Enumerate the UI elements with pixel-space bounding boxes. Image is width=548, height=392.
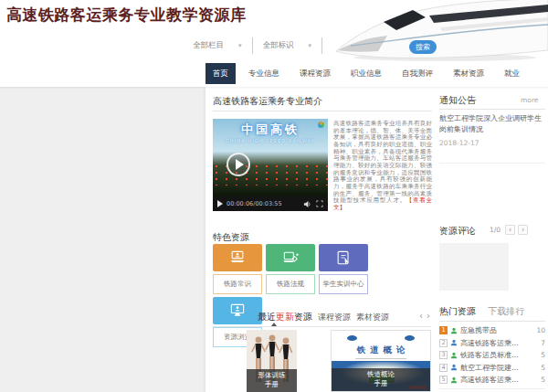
- divider: [439, 388, 545, 389]
- pager-prev-button[interactable]: ‹: [505, 225, 515, 235]
- user-icon: [450, 364, 458, 371]
- resource-card-railway-overview[interactable]: 铁道概论 铁道概论 手册: [331, 330, 431, 392]
- rank-badge: 1: [439, 326, 448, 334]
- hot-resources-list: 1 应急携带品 10 2 高速铁路客运乘... 7 3 铁路客运员标准... 5…: [439, 324, 545, 387]
- video-controls: 00:00:06/00:03:55: [213, 196, 328, 211]
- user-icon: [450, 339, 458, 346]
- card-caption: 形体训练 手册: [247, 369, 297, 392]
- tablet-touch-icon: [319, 244, 368, 271]
- video-title-cn: 中国高铁: [213, 122, 328, 138]
- category-dropdown[interactable]: 全部栏目 ▾: [185, 40, 249, 51]
- list-item[interactable]: 3 铁路客运员标准... 5: [439, 349, 545, 362]
- divider: [355, 358, 406, 359]
- pager-next-button[interactable]: ›: [518, 225, 528, 235]
- resource-card-physical-training[interactable]: 形体训练 手册: [247, 330, 297, 392]
- resource-title: 铁路客运员标准...: [460, 350, 538, 360]
- nav-item-self-test[interactable]: 自我测评: [395, 63, 440, 84]
- tab-course-resources[interactable]: 课程资源: [318, 312, 351, 323]
- divider: [439, 163, 545, 164]
- video-time: 00:00:06/00:03:55: [227, 200, 282, 207]
- fullscreen-icon[interactable]: [316, 200, 323, 207]
- resource-title: 高速铁路客运乘...: [460, 375, 538, 385]
- tag-dropdown[interactable]: 全部标识 ▾: [256, 40, 320, 51]
- rank-badge: 2: [439, 339, 448, 347]
- divider: [439, 109, 545, 110]
- next-arrow-icon[interactable]: ›: [427, 311, 434, 321]
- resource-count: 7: [541, 339, 545, 347]
- resource-count: 5: [541, 376, 545, 384]
- resource-title: 航空工程学院建...: [460, 363, 538, 373]
- recent-heading[interactable]: 最近更新资源: [258, 311, 312, 323]
- nav-item-employment[interactable]: 就业: [497, 63, 527, 84]
- resource-title: 应急携带品: [460, 325, 533, 335]
- comments-pager: 1/0 ‹ ›: [490, 225, 528, 235]
- rank-badge: 3: [439, 351, 448, 359]
- search-bar: 全部栏目 ▾ 全部标识 ▾: [185, 37, 325, 55]
- tile-railway-regulations[interactable]: 铁路法规: [266, 244, 315, 294]
- play-icon[interactable]: [217, 200, 223, 207]
- chevron-down-icon: ▾: [309, 42, 312, 49]
- user-icon: [450, 327, 458, 334]
- user-icon: [450, 376, 458, 384]
- video-provider-logo-icon: [318, 122, 324, 128]
- publisher-logo-icon: [405, 335, 415, 341]
- intro-heading: 高速铁路客运乘务专业简介: [213, 95, 322, 108]
- list-item[interactable]: 2 高速铁路客运乘... 7: [439, 337, 545, 350]
- card-caption: 铁道概论 手册: [332, 368, 430, 391]
- nav-item-home[interactable]: 首页: [206, 63, 236, 84]
- monitor-user-icon: [213, 297, 262, 324]
- tile-label: 学生实训中心: [319, 274, 368, 294]
- search-button[interactable]: 搜索: [409, 40, 437, 54]
- list-item[interactable]: 4 航空工程学院建... 5: [439, 362, 545, 375]
- recent-heading-highlight: 更新: [276, 312, 294, 322]
- nav-item-course-resources[interactable]: 课程资源: [292, 63, 338, 84]
- comments-empty-box: [439, 243, 509, 291]
- recent-heading-prefix: 最近: [258, 312, 276, 322]
- header: 高速铁路客运乘务专业教学资源库 全部栏目 ▾ 全部标识 ▾ 搜索 首页 专业信息…: [0, 0, 548, 87]
- main-panel: 高速铁路客运乘务专业简介 中国高铁 CHINA HIGH SPEED RAILW…: [206, 87, 548, 392]
- prev-arrow-icon[interactable]: ‹: [419, 311, 427, 321]
- volume-icon[interactable]: [303, 200, 311, 208]
- play-button[interactable]: [227, 153, 250, 176]
- publisher-logo-icon: [347, 335, 357, 341]
- tab-material-resources[interactable]: 素材资源: [356, 312, 389, 323]
- tag-dropdown-label: 全部标识: [263, 40, 294, 51]
- divider: [439, 321, 545, 322]
- card-caption-line2: 手册: [332, 379, 430, 388]
- comments-heading: 资源评论: [439, 225, 476, 238]
- notices-more-link[interactable]: more: [521, 96, 538, 104]
- intro-paragraph: 高速铁路客运乘务专业培养具有良好的基本理论，德、智、体、美等全面发展，掌握高速铁…: [333, 121, 432, 212]
- nav-item-major-info[interactable]: 专业信息: [241, 63, 287, 84]
- divider: [321, 37, 322, 54]
- pager-count: 1/0: [490, 226, 501, 234]
- video-player[interactable]: 中国高铁 CHINA HIGH SPEED RAILWAY 00:00:06/0…: [213, 119, 328, 211]
- site-title: 高速铁路客运乘务专业教学资源库: [6, 5, 247, 26]
- carousel-arrows[interactable]: ‹›: [419, 311, 434, 321]
- laptop-gear-icon: [266, 244, 315, 271]
- divider: [213, 326, 431, 327]
- notices-heading: 通知公告: [439, 94, 476, 107]
- tab-hot-resources[interactable]: 热门资源: [439, 306, 476, 316]
- notice-item-title[interactable]: 航空工程学院深入企业调研学生岗前集训情况: [439, 113, 543, 136]
- nav-item-material-resources[interactable]: 素材资源: [446, 63, 491, 84]
- tile-student-training-center[interactable]: 学生实训中心: [319, 244, 368, 294]
- resource-title: 高速铁路客运乘...: [460, 338, 538, 348]
- video-title-en: CHINA HIGH SPEED RAILWAY: [213, 138, 328, 143]
- card-caption-line1: 铁道概论: [332, 370, 430, 379]
- resource-count: 10: [536, 326, 545, 334]
- notice-item-date: 2018-12-17: [439, 139, 480, 147]
- tile-label: 铁路法规: [266, 274, 315, 294]
- card-caption-line1: 形体训练: [247, 371, 297, 380]
- resource-count: 5: [541, 364, 545, 372]
- category-dropdown-label: 全部栏目: [193, 40, 224, 51]
- tile-railway-knowledge[interactable]: 铁路常识: [213, 244, 262, 294]
- intro-text: 高速铁路客运乘务专业培养具有良好的基本理论，德、智、体、美等全面发展，掌握高速铁…: [333, 120, 432, 204]
- list-item[interactable]: 5 高速铁路客运乘... 5: [439, 374, 545, 387]
- main-nav: 首页 专业信息 课程资源 职业信息 自我测评 素材资源 就业: [206, 63, 527, 84]
- hot-tabs: 热门资源 下载排行: [439, 305, 524, 318]
- tab-download-ranking[interactable]: 下载排行: [488, 306, 524, 316]
- recent-heading-suffix: 资源: [294, 312, 312, 322]
- list-item[interactable]: 1 应急携带品 10: [439, 324, 545, 337]
- divider: [213, 111, 432, 111]
- nav-item-career-info[interactable]: 职业信息: [343, 63, 389, 84]
